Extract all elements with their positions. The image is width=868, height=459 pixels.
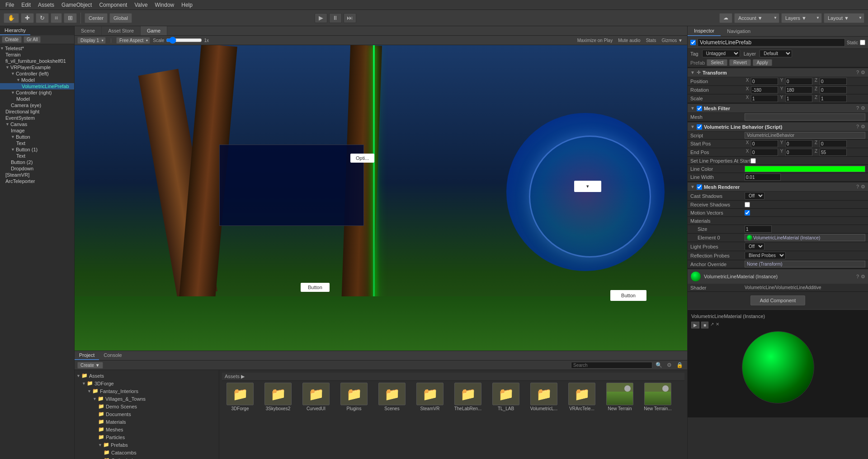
tree-demo-scenes[interactable]: 📁Demo Scenes bbox=[76, 403, 217, 410]
ep-z-input[interactable] bbox=[820, 149, 847, 156]
scale-y-input[interactable] bbox=[785, 95, 812, 102]
meshfilter-enabled[interactable] bbox=[697, 106, 702, 111]
tree-controller-left[interactable]: ▼Controller (left) bbox=[0, 70, 74, 77]
sp-z-input[interactable] bbox=[820, 140, 847, 147]
hierarchy-create-btn[interactable]: Create bbox=[2, 36, 22, 43]
pos-x-input[interactable] bbox=[751, 78, 778, 85]
tree-vrplayer[interactable]: ▼VRPlayerExample bbox=[0, 64, 74, 70]
mesh-value[interactable] bbox=[745, 113, 865, 121]
tree-button-1[interactable]: ▼Button (1) bbox=[0, 146, 74, 153]
transform-gear-icon[interactable]: ⚙ bbox=[861, 70, 865, 75]
object-enabled-checkbox[interactable] bbox=[690, 40, 696, 45]
transform-move[interactable]: ✚ bbox=[21, 13, 34, 23]
tag-dropdown[interactable]: Untagged bbox=[702, 50, 740, 57]
asset-volumetric[interactable]: 📁 VolumetricL... bbox=[526, 381, 562, 413]
center-button[interactable]: Center bbox=[85, 13, 108, 23]
search-icon[interactable]: 🔍 bbox=[654, 361, 664, 369]
menu-gameobject[interactable]: GameObject bbox=[58, 1, 95, 9]
tree-3dforge[interactable]: ▼📁3DForge bbox=[76, 379, 217, 387]
tree-button-2[interactable]: Button (2) bbox=[0, 159, 74, 165]
prefab-revert-btn[interactable]: Revert bbox=[729, 59, 750, 66]
tab-hierarchy[interactable]: Hierarchy bbox=[0, 26, 30, 35]
cloud-button[interactable]: ☁ bbox=[719, 13, 732, 23]
size-input[interactable] bbox=[745, 225, 772, 233]
mf-gear-icon[interactable]: ⚙ bbox=[861, 105, 865, 111]
tab-asset-store[interactable]: Asset Store bbox=[102, 26, 141, 35]
asset-scenes[interactable]: 📁 Scenes bbox=[374, 381, 410, 413]
maximize-on-play-btn[interactable]: Maximize on Play bbox=[576, 37, 614, 43]
asset-vrarctelep[interactable]: 📁 VRArcTele... bbox=[564, 381, 600, 413]
volscript-header[interactable]: ▼ Volumetric Line Behavior (Script) ? ⚙ bbox=[688, 122, 868, 131]
mat-gear-icon[interactable]: ⚙ bbox=[861, 274, 865, 280]
mute-audio-btn[interactable]: Mute audio bbox=[616, 37, 642, 43]
meshfilter-header[interactable]: ▼ Mesh Filter ? ⚙ bbox=[688, 103, 868, 113]
layout-dropdown[interactable]: Layout ▼ bbox=[824, 13, 864, 23]
tree-canvas[interactable]: ▼Canvas bbox=[0, 121, 74, 127]
tree-particles[interactable]: 📁Particles bbox=[76, 433, 217, 441]
tree-teletest[interactable]: ▼Teletest* bbox=[0, 45, 74, 52]
asset-thelab[interactable]: 📁 TheLabRen... bbox=[450, 381, 486, 413]
settings-icon[interactable]: ⚙ bbox=[665, 361, 673, 369]
tree-model-right[interactable]: Model bbox=[0, 96, 74, 102]
aspect-dropdown[interactable]: Free Aspect bbox=[116, 37, 150, 44]
line-color-swatch[interactable] bbox=[745, 166, 865, 172]
transform-hand[interactable]: ✋ bbox=[4, 13, 19, 23]
scale-x-input[interactable] bbox=[751, 95, 778, 102]
tree-cathedrals[interactable]: 📁Cathedrals bbox=[76, 456, 217, 459]
layers-dropdown[interactable]: Layers ▼ bbox=[781, 13, 822, 23]
transform-header[interactable]: ▼ ✛ Transform ? ⚙ bbox=[688, 67, 868, 77]
lightprobes-dropdown[interactable]: Off bbox=[745, 243, 764, 250]
castshadows-dropdown[interactable]: Off bbox=[745, 192, 764, 200]
menu-file[interactable]: File bbox=[2, 1, 18, 9]
tree-image[interactable]: Image bbox=[0, 127, 74, 134]
project-create-btn[interactable]: Create ▼ bbox=[77, 362, 103, 369]
ep-x-input[interactable] bbox=[751, 149, 778, 156]
global-button[interactable]: Global bbox=[109, 13, 132, 23]
script-ref-input[interactable] bbox=[745, 132, 865, 139]
tree-documents[interactable]: 📁Documents bbox=[76, 410, 217, 418]
tab-game[interactable]: Game bbox=[141, 26, 167, 35]
tab-console[interactable]: Console bbox=[99, 351, 126, 360]
step-button[interactable]: ⏭ bbox=[344, 13, 356, 23]
linewidth-input[interactable] bbox=[745, 173, 781, 181]
object-name-input[interactable] bbox=[698, 38, 845, 47]
tree-controller-right[interactable]: ▼Controller (right) bbox=[0, 89, 74, 96]
meshrenderer-enabled[interactable] bbox=[697, 184, 702, 190]
transform-rotate[interactable]: ↻ bbox=[36, 13, 49, 23]
vs-question-icon[interactable]: ? bbox=[856, 124, 859, 130]
mat-question-icon[interactable]: ? bbox=[856, 274, 859, 280]
tree-bookshelf[interactable]: fi_vil_furniture_bookshelf01 bbox=[0, 58, 74, 64]
asset-3skyboxes2[interactable]: 📁 3Skyboxes2 bbox=[260, 381, 296, 413]
tree-camera-eye[interactable]: Camera (eye) bbox=[0, 102, 74, 108]
receiveshadows-checkbox[interactable] bbox=[745, 202, 750, 207]
element0-ref[interactable]: VolumetricLineMaterial (Instance) bbox=[745, 234, 865, 241]
asset-new-terrain-2[interactable]: New Terrain... bbox=[640, 381, 676, 413]
preview-stop-btn[interactable]: ■ bbox=[701, 322, 708, 328]
gizmos-btn[interactable]: Gizmos ▼ bbox=[660, 37, 684, 43]
tree-arcteleporter[interactable]: ArcTeleporter bbox=[0, 178, 74, 184]
pause-button[interactable]: ⏸ bbox=[329, 13, 342, 23]
tree-villages-towns[interactable]: ▼📁Villages_&_Towns bbox=[76, 395, 217, 403]
anchor-ref[interactable]: None (Transform) bbox=[745, 261, 865, 267]
menu-edit[interactable]: Edit bbox=[18, 1, 34, 9]
motionvectors-checkbox[interactable] bbox=[745, 210, 750, 215]
game-viewport[interactable]: Opti... ▾ Button Button bbox=[75, 45, 687, 351]
tree-directional-light[interactable]: Directional light bbox=[0, 108, 74, 115]
tree-volumetric-prefab[interactable]: VolumetricLinePrefab bbox=[0, 83, 74, 89]
mf-question-icon[interactable]: ? bbox=[856, 105, 859, 111]
rot-z-input[interactable] bbox=[820, 86, 847, 94]
reflectionprobes-dropdown[interactable]: Blend Probes bbox=[745, 252, 786, 259]
hierarchy-grall-btn[interactable]: Gr All bbox=[24, 36, 41, 43]
mr-question-icon[interactable]: ? bbox=[856, 184, 859, 190]
ep-y-input[interactable] bbox=[785, 149, 812, 156]
rot-x-input[interactable] bbox=[751, 86, 778, 94]
static-checkbox[interactable] bbox=[860, 40, 865, 45]
menu-help[interactable]: Help bbox=[178, 1, 196, 9]
tree-dropdown[interactable]: Dropdown bbox=[0, 165, 74, 172]
asset-3dforge[interactable]: 📁 3DForge bbox=[222, 381, 258, 413]
transform-scale[interactable]: ⌗ bbox=[51, 13, 62, 23]
tree-text-1[interactable]: Text bbox=[0, 140, 74, 146]
transform-question-icon[interactable]: ? bbox=[856, 70, 859, 75]
tree-fantasy-interiors[interactable]: ▼📁Fantasy_Interiors bbox=[76, 387, 217, 395]
layer-dropdown[interactable]: Default bbox=[760, 50, 792, 57]
